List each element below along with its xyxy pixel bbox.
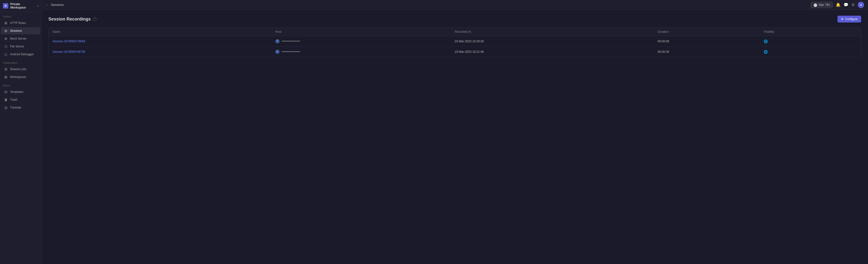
page-title-row: Session Recordings ? <box>49 16 97 22</box>
session-link[interactable]: Session-1679559746709 <box>53 50 85 54</box>
host-cell-inner: •••••••••••••••• <box>275 50 447 54</box>
sidebar-item-shared-lists[interactable]: ⊟ Shared Lists <box>1 66 40 73</box>
sidebar-item-sessions[interactable]: ⊙ Sessions <box>1 27 40 34</box>
workspace-header[interactable]: R Private Workspace ▾ <box>0 0 41 12</box>
file-server-icon: ⬡ <box>4 44 8 48</box>
sidebar-item-label: Sessions <box>10 29 22 33</box>
visibility-globe-icon[interactable]: 🌐 <box>764 50 768 54</box>
sidebar-item-templates[interactable]: ⛁ Templates <box>1 88 40 96</box>
col-header-duration: Duration <box>654 28 760 36</box>
info-icon[interactable]: ? <box>93 17 97 21</box>
sidebar-item-label: Shared Lists <box>10 67 26 71</box>
sidebar-item-label: Android Debugger <box>10 53 34 56</box>
page-title: Session Recordings <box>49 16 91 22</box>
chat-icon[interactable]: 💬 <box>843 2 848 7</box>
configure-gear-icon: ⚙ <box>841 18 843 21</box>
workspace-name: Private Workspace <box>10 2 35 9</box>
sidebar-item-label: Tutorials <box>10 106 21 109</box>
back-button[interactable]: ← <box>45 3 49 7</box>
star-button[interactable]: ⬤ Star 761 <box>811 2 833 8</box>
sessions-table: Name Host Recorded At Duration Visibilit… <box>49 28 861 57</box>
sidebar-item-tutorials[interactable]: ◎ Tutorials <box>1 104 40 111</box>
content-area: Session Recordings ? ⚙ Configure Name Ho… <box>41 10 868 264</box>
http-rules-icon: ⊞ <box>4 21 8 25</box>
page-header: Session Recordings ? ⚙ Configure <box>49 15 861 23</box>
sessions-table-container: Name Host Recorded At Duration Visibilit… <box>49 27 861 57</box>
host-globe-icon <box>275 50 280 54</box>
duration-cell: 00:00:08 <box>654 36 760 47</box>
avatar[interactable]: U <box>858 2 864 8</box>
col-header-recorded-at: Recorded At <box>451 28 654 36</box>
visibility-globe-icon[interactable]: 🌐 <box>764 39 768 43</box>
sidebar-item-label: File Server <box>10 45 24 48</box>
duration-cell: 00:00:36 <box>654 47 760 57</box>
sidebar-item-http-rules[interactable]: ⊞ HTTP Rules <box>1 19 40 27</box>
star-label: Star <box>818 3 824 7</box>
android-debugger-icon: ◻ <box>4 52 8 56</box>
others-section-label: Others <box>0 81 41 88</box>
session-name-cell: Session-1679560176684 <box>49 36 271 47</box>
recorded-at-cell: 23-Mar-2023 16:21:46 <box>451 47 654 57</box>
sidebar-item-label: Templates <box>10 90 24 94</box>
chevron-down-icon: ▾ <box>37 5 38 7</box>
visibility-cell: 🌐 <box>760 47 861 57</box>
topbar-left: ← Sessions <box>45 3 64 7</box>
host-text: •••••••••••••••• <box>282 50 300 54</box>
table-header-row: Name Host Recorded At Duration Visibilit… <box>49 28 861 36</box>
sidebar-item-label: Workspaces <box>10 75 26 79</box>
col-header-name: Name <box>49 28 271 36</box>
sidebar-item-file-server[interactable]: ⬡ File Server <box>1 43 40 50</box>
sidebar-item-workspaces[interactable]: ⊞ Workspaces <box>1 73 40 81</box>
sidebar-item-android-debugger[interactable]: ◻ Android Debugger <box>1 51 40 58</box>
configure-button[interactable]: ⚙ Configure <box>837 15 861 23</box>
topbar: ← Sessions ⬤ Star 761 🔔 💬 ⚙ U <box>41 0 868 10</box>
bell-icon[interactable]: 🔔 <box>836 2 841 7</box>
sessions-icon: ⊙ <box>4 29 8 33</box>
trash-icon: 🗑 <box>4 98 8 102</box>
session-name-cell: Session-1679559746709 <box>49 47 271 57</box>
table-row: Session-1679559746709 •••••••••••••••• 2… <box>49 47 861 57</box>
recorded-at-cell: 23-Mar-2023 16:29:28 <box>451 36 654 47</box>
shared-lists-icon: ⊟ <box>4 67 8 71</box>
col-header-visibility: Visibility <box>760 28 861 36</box>
sidebar-item-mock-server[interactable]: ⊚ Mock Server <box>1 35 40 42</box>
settings-icon[interactable]: ⚙ <box>851 2 855 7</box>
templates-icon: ⛁ <box>4 90 8 94</box>
host-text: •••••••••••••••• <box>282 40 300 43</box>
main-area: ← Sessions ⬤ Star 761 🔔 💬 ⚙ U Session Re… <box>41 0 868 264</box>
session-link[interactable]: Session-1679560176684 <box>53 40 85 43</box>
tutorials-icon: ◎ <box>4 106 8 109</box>
github-icon: ⬤ <box>813 3 817 7</box>
sidebar-item-label: HTTP Rules <box>10 21 26 25</box>
host-cell: •••••••••••••••• <box>271 47 451 57</box>
col-header-host: Host <box>271 28 451 36</box>
star-count: 761 <box>825 3 830 7</box>
mock-server-icon: ⊚ <box>4 37 8 41</box>
collaboration-section-label: Collaboration <box>0 58 41 65</box>
visibility-cell: 🌐 <box>760 36 861 47</box>
product-section-label: Product <box>0 12 41 19</box>
host-globe-icon <box>275 39 280 43</box>
table-row: Session-1679560176684 •••••••••••••••• 2… <box>49 36 861 47</box>
sidebar: R Private Workspace ▾ Product ⊞ HTTP Rul… <box>0 0 41 264</box>
workspaces-icon: ⊞ <box>4 75 8 79</box>
sidebar-item-label: Mock Server <box>10 37 26 40</box>
sidebar-item-trash[interactable]: 🗑 Trash <box>1 96 40 103</box>
topbar-right: ⬤ Star 761 🔔 💬 ⚙ U <box>811 2 864 8</box>
sidebar-item-label: Trash <box>10 98 18 101</box>
breadcrumb: Sessions <box>51 3 64 7</box>
host-cell: •••••••••••••••• <box>271 36 451 47</box>
app-logo: R <box>3 3 8 8</box>
configure-label: Configure <box>845 18 858 21</box>
host-cell-inner: •••••••••••••••• <box>275 39 447 43</box>
